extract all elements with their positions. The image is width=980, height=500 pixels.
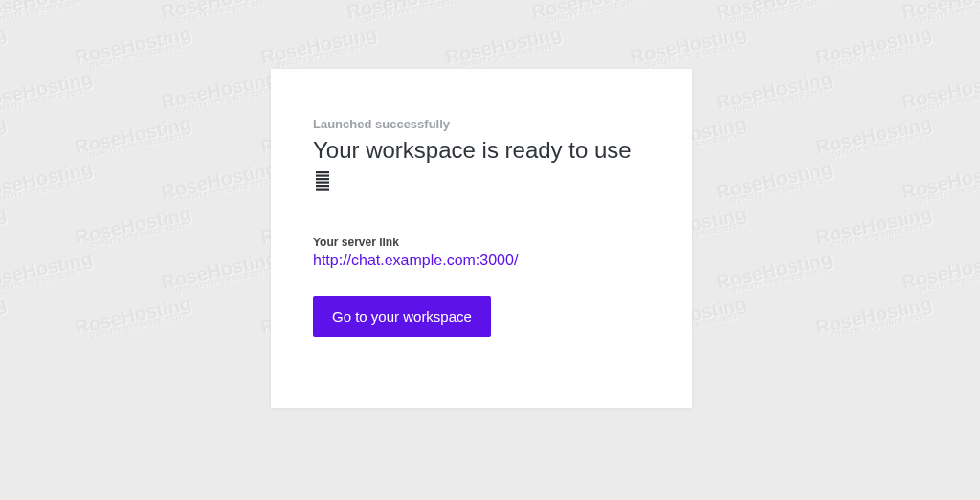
go-to-workspace-button[interactable]: Go to your workspace <box>313 296 491 337</box>
workspace-ready-card: Launched successfully Your workspace is … <box>271 69 692 408</box>
svg-rect-1 <box>316 175 329 177</box>
status-text: Launched successfully <box>313 117 650 131</box>
page-title: Your workspace is ready to use <box>313 135 650 165</box>
server-link[interactable]: http://chat.example.com:3000/ <box>313 252 518 269</box>
svg-rect-4 <box>316 185 329 187</box>
svg-rect-5 <box>316 189 329 191</box>
rocket-icon <box>313 170 332 192</box>
svg-rect-3 <box>316 182 329 184</box>
svg-rect-2 <box>316 178 329 180</box>
server-link-label: Your server link <box>313 236 650 249</box>
svg-rect-0 <box>316 171 329 173</box>
